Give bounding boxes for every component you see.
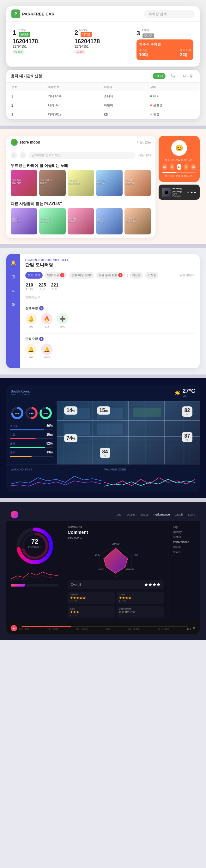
filter-2[interactable]: 단말 이상 단계2	[69, 272, 94, 279]
right-performance[interactable]: Performance	[173, 540, 195, 544]
filter-sort-latest[interactable]: 최신순	[129, 272, 143, 279]
player-progress	[163, 172, 196, 173]
map-background: 82 % 87 % 84 % 15m 14%	[57, 401, 200, 464]
nav-next[interactable]: ›	[20, 152, 26, 158]
track-fill	[11, 584, 25, 587]
area-filter[interactable]: 일반·강남구	[179, 273, 195, 277]
right-score[interactable]: Score	[173, 551, 195, 554]
playlist-5[interactable]: 인테리어가예쁜 카페	[124, 208, 151, 235]
parking-search[interactable]: 주차장 검색	[144, 10, 195, 18]
donut-row: 70% 45% 80%	[10, 405, 53, 421]
sidebar-icon-bell[interactable]: 🔔	[9, 259, 17, 267]
road-v1	[93, 401, 93, 464]
bell-icon: 🔔	[25, 313, 37, 324]
mini-play[interactable]: ▶	[191, 191, 193, 194]
nav-quality[interactable]: Quality	[126, 513, 135, 516]
card3-badge: 주차중	[143, 33, 154, 38]
playlist-2[interactable]: 사이버들이좋아하는	[39, 208, 66, 235]
music-thumb-2[interactable]: 오전라일 팝분위기	[39, 170, 66, 196]
player-next[interactable]: ⏭	[191, 164, 196, 170]
right-log[interactable]: Log	[173, 525, 195, 528]
card1-count: 16204178	[12, 38, 69, 45]
time-s4: S4 | +1:20S	[158, 628, 169, 630]
player-progress-fill	[163, 172, 176, 173]
player-play[interactable]: ▶	[177, 164, 182, 170]
nav-log[interactable]: Log	[117, 513, 121, 516]
icon-cross-mno[interactable]: ➕ MNO	[57, 313, 68, 328]
mini-next[interactable]: ⏭	[194, 191, 197, 194]
emergency-icons-row2: 🔔 208 🔔 MNO	[25, 344, 195, 359]
smartcity-section: South Korea 2023.11.13 MON ☀️ 27°C 맑음 70…	[0, 378, 206, 498]
fire-icon-2: 🔔	[41, 344, 53, 355]
right-graph[interactable]: Graph	[173, 546, 195, 549]
filter-1[interactable]: 단말 이상 1	[45, 272, 67, 279]
tab-2[interactable]: 6명	[168, 73, 178, 79]
right-quality[interactable]: Quality	[173, 530, 195, 533]
metric-color: Color ★★★★ 4 / 5.00	[117, 592, 164, 604]
bar-air	[10, 429, 53, 430]
bar-wind	[10, 456, 53, 457]
table-row: 1가나1234소나타 대기	[7, 92, 199, 100]
icon-bell2-208[interactable]: 🔔 208	[25, 344, 37, 359]
tab-1[interactable]: 1호기	[153, 73, 166, 79]
metric-desc: Description 정보 확인 가능	[117, 606, 164, 618]
playlist-1[interactable]: 친절하고재미있게	[11, 208, 37, 235]
sidebar-icon-gear[interactable]: ⚙	[9, 301, 17, 308]
icon-fire-222[interactable]: 🔥 222	[41, 313, 53, 328]
block-4	[97, 424, 123, 435]
section1-title: 무드있는 카페에 잘 어울리는 노래	[6, 161, 155, 170]
right-status[interactable]: Status	[173, 535, 195, 538]
sidebar-icon-list[interactable]: ≡	[9, 287, 17, 294]
nav-performance[interactable]: Performance	[153, 513, 170, 516]
emergency-main: EGAON EMERGENCY BELL 단말 모니터링 모두 보기 단말 이상…	[20, 254, 200, 368]
settings-icon: ⚙	[193, 627, 195, 630]
player-rew[interactable]: ⏪	[170, 164, 174, 170]
filter-3[interactable]: 다음 등록 현황 4	[96, 272, 125, 279]
player-subtext: 제 마음이것을 놀리으나요	[163, 174, 196, 178]
table-row: 2나라5678아반떼 운행중	[7, 101, 199, 110]
player-prev[interactable]: ⏮	[163, 164, 167, 170]
play-button[interactable]: ▶	[11, 625, 17, 631]
filter-all[interactable]: 모두 보기	[25, 272, 43, 279]
music-thumb-4[interactable]: 힙하게도되봐야	[96, 170, 123, 196]
waiting-title: 용차 대기관& 신청	[11, 73, 42, 79]
divider-2	[0, 244, 206, 248]
nav-score[interactable]: Score	[188, 513, 195, 516]
music-thumb-3[interactable]: 마찬가지방탄소년단	[68, 170, 94, 196]
sidebar-icon-grid[interactable]: ⊞	[9, 273, 17, 280]
metrics-grid: Design ★★★★★ 5 / 5.00 Color ★★★★ 4 / 5.0…	[68, 592, 164, 618]
timeline-fill	[22, 626, 71, 627]
filter-sort-old[interactable]: 이전순	[145, 272, 158, 279]
nav-status[interactable]: Status	[140, 513, 148, 516]
timeline-bar[interactable]	[22, 626, 188, 627]
music-section: 🌿 store mood 서울, 월동 ‹ › 검색어를 입력하세요 서울, 홍…	[0, 129, 206, 244]
nav-prev[interactable]: ‹	[11, 152, 17, 158]
chart-1: WALKING ZONE	[11, 468, 102, 489]
icon-bell2-mno[interactable]: 🔔 MNO	[41, 344, 53, 359]
music-search[interactable]: 검색어를 입력하세요	[28, 152, 136, 159]
svg-text:MIND: MIND	[98, 568, 104, 570]
mini-title: Finding parking	[173, 187, 185, 193]
playlist-4[interactable]: 뿐만도있는 팝	[96, 208, 123, 235]
overlay-82: 82 %	[182, 406, 193, 417]
road-v3	[164, 401, 165, 464]
mini-artist: John Paradise	[173, 193, 185, 197]
music-thumb-5[interactable]: 차세대적감성으로	[124, 170, 151, 196]
footer-settings[interactable]: ⚙	[193, 627, 195, 630]
donut-1: 70%	[10, 405, 24, 421]
playlist-3[interactable]: 오프래들채용을	[68, 208, 94, 235]
smartcity-container: South Korea 2023.11.13 MON ☀️ 27°C 맑음 70…	[6, 384, 200, 492]
parking-card-2: 2 대기중 대기중 16204178 12794351 -1.2%	[72, 26, 134, 63]
time-stop: Stop	[106, 628, 110, 630]
parking-stats-grid: 1 운전중 운행중 16204178 12794351 +2.5% 2 대기	[6, 22, 200, 67]
mini-prev[interactable]: ⏮	[187, 191, 189, 194]
music-player-card: 🌿 store mood 서울, 월동 ‹ › 검색어를 입력하세요 서울, 홍…	[6, 136, 155, 238]
performance-container: Log Quality Status Performance Graph Sco…	[6, 508, 200, 634]
emergency-filter-bar: 모두 보기 단말 이상 1 단말 이상 단계2 다음 등록 현황 4 | 최신순…	[25, 272, 195, 279]
nav-graph[interactable]: Graph	[175, 513, 183, 516]
metric-design: Design ★★★★★ 5 / 5.00	[68, 592, 115, 604]
music-thumb-1[interactable]: 아침 힐링때는 POP	[11, 170, 37, 196]
tab-3[interactable]: 대기중	[181, 73, 195, 79]
icon-bell-208[interactable]: 🔔 208	[25, 313, 37, 328]
player-fwd[interactable]: ⏩	[184, 164, 188, 170]
